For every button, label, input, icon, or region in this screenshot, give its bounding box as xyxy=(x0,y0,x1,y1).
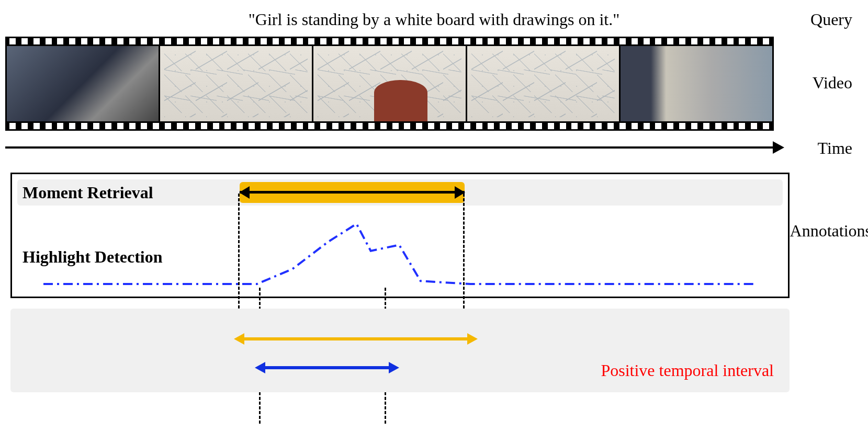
frame-1 xyxy=(7,46,159,121)
moment-retrieval-title: Moment Retrieval xyxy=(22,183,153,202)
positive-interval-region: Positive temporal interval xyxy=(10,309,790,392)
annotations-box: Moment Retrieval Highlight Detection Ann… xyxy=(10,173,790,298)
query-text: "Girl is standing by a white board with … xyxy=(249,10,620,29)
frame-2 xyxy=(160,46,312,121)
yellow-interval-arrow-icon xyxy=(243,337,468,340)
moment-retrieval-row: Moment Retrieval xyxy=(17,179,783,206)
frame-3 xyxy=(313,46,465,121)
highlight-detection-curve xyxy=(12,216,786,294)
filmstrip xyxy=(5,37,774,131)
video-frames xyxy=(5,46,774,121)
frame-5 xyxy=(621,46,772,121)
query-row: "Girl is standing by a white board with … xyxy=(0,8,868,31)
positive-interval-label: Positive temporal interval xyxy=(601,361,774,380)
blue-interval-arrow-icon xyxy=(264,366,390,369)
annotations-label: Annotations xyxy=(790,221,868,241)
time-arrow-icon xyxy=(5,146,774,149)
query-label: Query xyxy=(810,10,852,29)
time-label: Time xyxy=(818,139,852,158)
time-axis: Time xyxy=(0,141,868,162)
sprocket-bottom xyxy=(5,121,774,131)
filmstrip-row: Video xyxy=(0,37,868,136)
figure-container: "Girl is standing by a white board with … xyxy=(0,0,868,443)
moment-retrieval-arrow-icon xyxy=(240,191,465,194)
video-label: Video xyxy=(813,73,852,93)
sprocket-top xyxy=(5,37,774,46)
frame-4 xyxy=(467,46,619,121)
